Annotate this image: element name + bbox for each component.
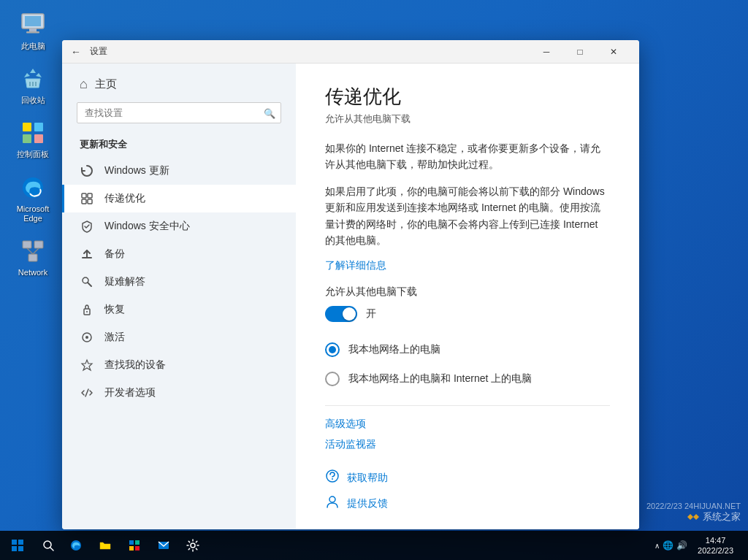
home-label: 主页 [95,77,117,91]
close-button[interactable]: ✕ [597,40,630,64]
feedback-text[interactable]: 提供反馈 [347,497,388,510]
svg-rect-3 [26,31,39,34]
svg-rect-1 [25,16,41,26]
svg-rect-13 [34,241,43,248]
svg-point-26 [85,336,88,339]
svg-rect-19 [82,199,86,204]
toggle-switch[interactable] [325,306,357,322]
svg-rect-9 [23,134,31,143]
sidebar-item-windows-update[interactable]: Windows 更新 [62,157,296,185]
taskbar-clock[interactable]: 14:47 2022/2/23 [693,535,738,556]
desktop-icon-edge[interactable]: Microsoft Edge [7,170,58,226]
advanced-options-link[interactable]: 高级选项 [325,418,610,431]
desktop-icon-control[interactable]: 控制面板 [7,115,58,162]
clock-time: 14:47 [698,535,733,545]
taskbar-folder-icon[interactable] [91,531,120,560]
settings-content: 传递优化 允许从其他电脑下载 如果你的 Internet 连接不稳定，或者你要更… [296,64,639,529]
radio-internet[interactable]: 我本地网络上的电脑和 Internet 上的电脑 [325,364,610,394]
help-text[interactable]: 获取帮助 [347,472,388,485]
taskbar-settings-icon[interactable] [178,531,207,560]
sidebar-home[interactable]: ⌂ 主页 [62,64,296,102]
settings-sidebar: ⌂ 主页 🔍 更新和安全 Windows 更新 [62,64,296,529]
svg-rect-32 [18,540,23,545]
content-subtitle: 允许从其他电脑下载 [325,112,610,126]
edge-icon [18,173,47,202]
sidebar-item-find-device[interactable]: 查找我的设备 [62,351,296,379]
activity-monitor-link[interactable]: 活动监视器 [325,438,610,451]
svg-rect-39 [135,540,140,545]
svg-rect-41 [135,546,140,551]
toggle-row: 开 [325,306,610,322]
svg-line-15 [27,248,33,254]
svg-line-36 [50,548,53,551]
taskbar-edge-icon[interactable] [61,531,91,560]
desc2: 如果启用了此项，你的电脑可能会将以前下载的部分 Windows 更新和应用发送到… [325,183,610,249]
desktop-icon-recycle[interactable]: 回收站 [7,61,58,108]
svg-point-29 [332,478,333,480]
find-device-icon [80,358,94,372]
troubleshoot-icon [80,275,94,288]
help-icon [325,469,340,487]
show-desktop-button[interactable] [741,531,745,560]
titlebar: ← 设置 ─ □ ✕ [62,40,639,64]
content-title: 传递优化 [325,84,610,110]
desktop-icon-this-pc[interactable]: 此电脑 [7,7,58,54]
svg-line-16 [33,248,39,254]
radio-local-network[interactable]: 我本地网络上的电脑 [325,335,610,364]
learn-more-link[interactable]: 了解详细信息 [325,259,386,272]
radio-local-label: 我本地网络上的电脑 [348,343,440,356]
back-button[interactable]: ← [71,46,81,58]
watermark: 2022/2/23 24HIJUAN.NET 系统之家 [646,502,741,523]
sidebar-item-delivery-opt[interactable]: 传递优化 [62,185,296,212]
search-icon: 🔍 [264,107,275,118]
maximize-button[interactable]: □ [563,40,597,64]
svg-point-24 [86,311,88,312]
feedback-icon [325,494,340,513]
window-controls: ─ □ ✕ [530,40,630,64]
chevron-up-icon[interactable]: ∧ [654,542,660,550]
clock-date: 2022/2/23 [698,545,733,556]
settings-window: ← 设置 ─ □ ✕ ⌂ 主页 🔍 更新和安全 [62,40,639,529]
toggle-state-label: 开 [366,307,376,321]
recovery-icon [80,303,94,316]
volume-icon[interactable]: 🔊 [676,540,687,551]
minimize-button[interactable]: ─ [530,40,563,64]
allow-label: 允许从其他电脑下载 [325,285,610,299]
taskbar-mail-icon[interactable] [149,531,178,560]
taskbar-search-button[interactable] [35,531,61,560]
sidebar-item-backup[interactable]: 备份 [62,240,296,268]
feedback-row: 提供反馈 [325,494,610,513]
taskbar-right: ∧ 🌐 🔊 14:47 2022/2/23 [652,531,748,560]
taskbar: ∧ 🌐 🔊 14:47 2022/2/23 [0,531,748,560]
backup-icon [80,248,94,261]
sidebar-item-troubleshoot[interactable]: 疑难解答 [62,268,296,296]
watermark-brand: 系统之家 [703,510,741,523]
sidebar-item-dev-options[interactable]: 开发者选项 [62,379,296,407]
svg-line-27 [85,389,88,396]
update-label: Windows 更新 [104,164,169,177]
svg-rect-38 [129,540,134,545]
svg-rect-34 [18,546,23,551]
dev-options-icon [80,386,94,399]
troubleshoot-label: 疑难解答 [104,275,145,288]
desktop-icon-network[interactable]: Network [7,234,58,280]
sidebar-item-security[interactable]: Windows 安全中心 [62,212,296,240]
window-title: 设置 [90,45,530,58]
delivery-label: 传递优化 [104,192,145,205]
home-icon: ⌂ [80,77,88,92]
taskbar-store-icon[interactable] [120,531,149,560]
svg-rect-12 [23,241,31,248]
sidebar-item-recovery[interactable]: 恢复 [62,296,296,323]
recovery-label: 恢复 [104,303,125,316]
control-panel-icon [18,118,47,147]
activation-icon [80,331,94,344]
sidebar-item-activation[interactable]: 激活 [62,323,296,351]
svg-rect-40 [129,546,134,551]
svg-rect-20 [88,199,92,204]
start-button[interactable] [0,531,35,560]
radio-internet-circle [325,372,340,386]
settings-body: ⌂ 主页 🔍 更新和安全 Windows 更新 [62,64,639,529]
recycle-icon [18,64,47,93]
search-input[interactable] [77,102,281,123]
desktop-icons: 此电脑 回收站 [7,7,58,280]
